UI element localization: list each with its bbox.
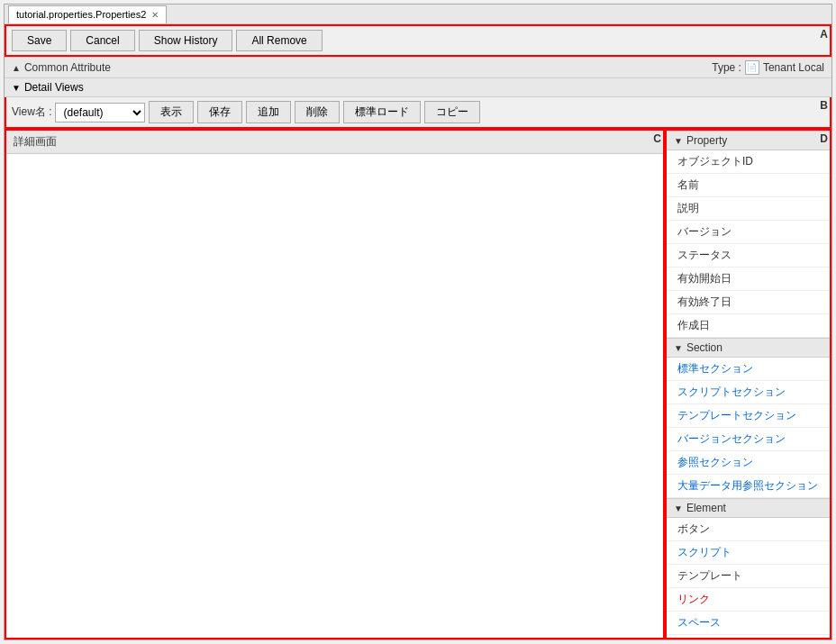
element-item-template[interactable]: テンプレート bbox=[667, 565, 830, 588]
section-chevron-icon: ▼ bbox=[674, 343, 683, 353]
section-item-template[interactable]: テンプレートセクション bbox=[667, 404, 830, 428]
property-item-status[interactable]: ステータス bbox=[667, 244, 830, 268]
view-toolbar-region-b: View名 : (default) 表示 保存 追加 削除 標準ロード コピー … bbox=[5, 97, 831, 129]
type-info: Type : 📄 Tenant Local bbox=[712, 60, 824, 75]
tab-label: tutorial.properties.Properties2 bbox=[16, 9, 146, 20]
section-section-header: ▼ Section bbox=[667, 338, 830, 358]
add-button[interactable]: 追加 bbox=[246, 101, 291, 123]
delete-button[interactable]: 削除 bbox=[295, 101, 340, 123]
left-panel-header: 詳細画面 bbox=[6, 131, 663, 154]
region-b-label: B bbox=[820, 99, 828, 112]
save-button[interactable]: Save bbox=[12, 30, 67, 51]
element-section-header: ▼ Element bbox=[667, 498, 830, 518]
main-window: tutorial.properties.Properties2 ✕ Save C… bbox=[4, 4, 832, 640]
common-attribute-label: Common Attribute bbox=[24, 61, 111, 74]
tab-close-icon[interactable]: ✕ bbox=[151, 10, 159, 20]
main-content: 詳細画面 C D ▼ Property オブジェクトID 名前 説明 バージョン… bbox=[5, 129, 831, 639]
element-section-label: Element bbox=[686, 502, 726, 514]
chevron-down-icon: ▼ bbox=[12, 83, 21, 93]
element-item-link[interactable]: リンク bbox=[667, 588, 830, 612]
element-item-button[interactable]: ボタン bbox=[667, 518, 830, 541]
property-section-header: ▼ Property bbox=[667, 131, 830, 150]
save-view-button[interactable]: 保存 bbox=[197, 101, 242, 123]
common-attribute-section: ▲ Common Attribute bbox=[12, 61, 111, 74]
type-label: Type : bbox=[712, 61, 741, 74]
section-item-version[interactable]: バージョンセクション bbox=[667, 428, 830, 451]
detail-views-label: Detail Views bbox=[24, 81, 84, 94]
right-panel-region-d[interactable]: D ▼ Property オブジェクトID 名前 説明 バージョン ステータス … bbox=[665, 129, 831, 639]
section-section-label: Section bbox=[686, 341, 722, 354]
element-item-script[interactable]: スクリプト bbox=[667, 541, 830, 565]
type-icon: 📄 bbox=[745, 60, 759, 75]
element-chevron-icon: ▼ bbox=[674, 503, 683, 513]
display-button[interactable]: 表示 bbox=[149, 101, 194, 123]
standard-load-button[interactable]: 標準ロード bbox=[343, 101, 421, 123]
detail-screen-label: 詳細画面 bbox=[14, 135, 57, 148]
region-a-label: A bbox=[820, 28, 828, 41]
detail-views-header: ▼ Detail Views bbox=[5, 78, 831, 97]
common-attribute-header: ▲ Common Attribute Type : 📄 Tenant Local bbox=[5, 57, 831, 78]
view-select[interactable]: (default) bbox=[55, 103, 145, 122]
copy-button[interactable]: コピー bbox=[424, 101, 480, 123]
property-section-label: Property bbox=[686, 134, 727, 147]
property-item-description[interactable]: 説明 bbox=[667, 197, 830, 221]
cancel-button[interactable]: Cancel bbox=[70, 30, 134, 51]
property-item-end-date[interactable]: 有効終了日 bbox=[667, 291, 830, 314]
toolbar-region-a: Save Cancel Show History All Remove A bbox=[5, 24, 831, 57]
show-history-button[interactable]: Show History bbox=[139, 30, 233, 51]
property-chevron-icon: ▼ bbox=[674, 136, 683, 146]
element-item-virtual-property[interactable]: 仮想プロパティ bbox=[667, 635, 830, 639]
property-item-version[interactable]: バージョン bbox=[667, 221, 830, 244]
property-item-start-date[interactable]: 有効開始日 bbox=[667, 268, 830, 291]
section-item-standard[interactable]: 標準セクション bbox=[667, 358, 830, 381]
property-item-created-date[interactable]: 作成日 bbox=[667, 314, 830, 338]
view-name-label: View名 : bbox=[12, 104, 51, 120]
tab-properties2[interactable]: tutorial.properties.Properties2 ✕ bbox=[8, 5, 167, 23]
left-panel-region-c: 詳細画面 C bbox=[5, 129, 665, 639]
all-remove-button[interactable]: All Remove bbox=[236, 30, 322, 51]
region-c-label: C bbox=[653, 132, 661, 145]
property-item-name[interactable]: 名前 bbox=[667, 174, 830, 197]
region-d-label: D bbox=[820, 132, 828, 145]
element-item-space[interactable]: スペース bbox=[667, 612, 830, 635]
left-panel-content bbox=[6, 154, 663, 638]
section-item-script[interactable]: スクリプトセクション bbox=[667, 381, 830, 404]
section-item-large-data-reference[interactable]: 大量データ用参照セクション bbox=[667, 475, 830, 498]
chevron-up-icon: ▲ bbox=[12, 63, 21, 73]
type-value: Tenant Local bbox=[763, 61, 824, 74]
title-bar: tutorial.properties.Properties2 ✕ bbox=[5, 5, 831, 24]
property-item-object-id[interactable]: オブジェクトID bbox=[667, 150, 830, 174]
section-item-reference[interactable]: 参照セクション bbox=[667, 451, 830, 475]
